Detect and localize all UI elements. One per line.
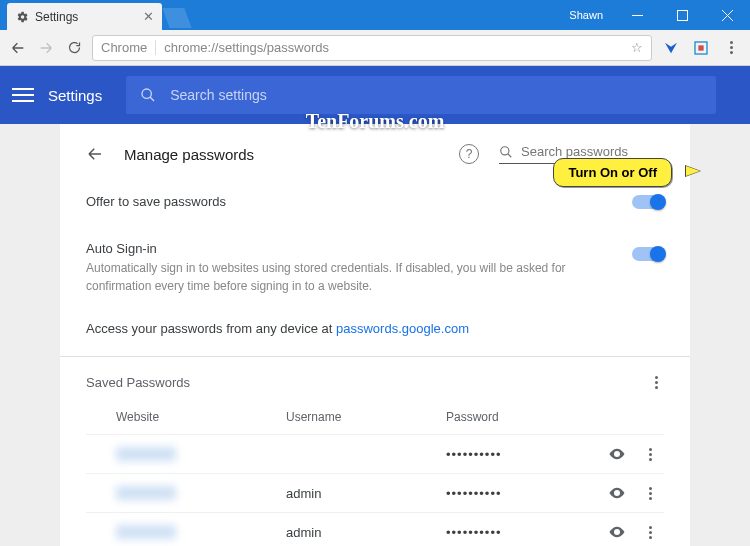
row-password: ••••••••••	[446, 525, 608, 540]
site-redacted	[116, 525, 176, 539]
address-bar[interactable]: Chrome chrome://settings/passwords ☆	[92, 35, 652, 61]
row-menu-button[interactable]	[642, 448, 658, 461]
password-search-placeholder: Search passwords	[521, 144, 628, 159]
url-text: chrome://settings/passwords	[164, 40, 329, 55]
reveal-password-icon[interactable]	[608, 523, 626, 541]
auto-signin-description: Automatically sign in to websites using …	[86, 259, 632, 295]
col-website: Website	[116, 410, 286, 424]
svg-point-2	[142, 89, 151, 98]
hamburger-menu-button[interactable]	[12, 88, 34, 102]
saved-passwords-menu-button[interactable]	[648, 376, 664, 389]
site-redacted	[116, 447, 176, 461]
window-user-label: Shawn	[557, 9, 615, 21]
ublock-extension-icon[interactable]	[690, 37, 712, 59]
page-title: Manage passwords	[124, 146, 254, 163]
password-row[interactable]: admin ••••••••••	[86, 512, 664, 546]
access-anywhere-text: Access your passwords from any device at…	[86, 311, 664, 356]
callout-arrow	[670, 166, 700, 176]
tab-title: Settings	[35, 10, 78, 24]
password-row[interactable]: admin ••••••••••	[86, 473, 664, 512]
nav-back-button[interactable]	[8, 38, 28, 58]
browser-tab[interactable]: Settings ✕	[7, 3, 162, 30]
reveal-password-icon[interactable]	[608, 445, 626, 463]
nav-reload-button[interactable]	[64, 38, 84, 58]
bookmark-star-icon[interactable]: ☆	[631, 40, 643, 55]
row-menu-button[interactable]	[642, 526, 658, 539]
tab-close-icon[interactable]: ✕	[143, 9, 154, 24]
search-icon	[499, 145, 513, 159]
col-username: Username	[286, 410, 446, 424]
window-minimize-button[interactable]	[615, 0, 660, 30]
gear-icon	[15, 10, 29, 24]
reveal-password-icon[interactable]	[608, 484, 626, 502]
site-redacted	[116, 486, 176, 500]
row-username: admin	[286, 525, 446, 540]
offer-save-label: Offer to save passwords	[86, 194, 632, 209]
settings-search-placeholder: Search settings	[170, 87, 267, 103]
row-username: admin	[286, 486, 446, 501]
svg-rect-0	[678, 10, 688, 20]
window-maximize-button[interactable]	[660, 0, 705, 30]
passwords-card: Manage passwords ? Search passwords Offe…	[60, 124, 690, 546]
window-titlebar: Settings ✕ Shawn	[0, 0, 750, 30]
passwords-google-link[interactable]: passwords.google.com	[336, 321, 469, 336]
settings-search-input[interactable]: Search settings	[126, 76, 716, 114]
auto-signin-toggle[interactable]	[632, 247, 664, 261]
window-close-button[interactable]	[705, 0, 750, 30]
table-header: Website Username Password	[86, 400, 664, 434]
back-button[interactable]	[86, 145, 104, 163]
settings-header: Settings Search settings	[0, 66, 750, 124]
col-password: Password	[446, 410, 664, 424]
content-viewport[interactable]: Manage passwords ? Search passwords Offe…	[0, 124, 750, 546]
settings-title: Settings	[48, 87, 102, 104]
search-icon	[140, 87, 156, 103]
callout-bubble: Turn On or Off	[553, 158, 672, 187]
browser-toolbar: Chrome chrome://settings/passwords ☆	[0, 30, 750, 66]
row-menu-button[interactable]	[642, 487, 658, 500]
svg-point-3	[501, 146, 509, 154]
nav-forward-button[interactable]	[36, 38, 56, 58]
new-tab-button[interactable]	[162, 8, 191, 28]
saved-passwords-heading: Saved Passwords	[86, 375, 648, 390]
password-row[interactable]: ••••••••••	[86, 434, 664, 473]
protocol-badge: Chrome	[101, 40, 156, 55]
chrome-menu-button[interactable]	[720, 37, 742, 59]
row-password: ••••••••••	[446, 486, 608, 501]
row-password: ••••••••••	[446, 447, 608, 462]
help-icon[interactable]: ?	[459, 144, 479, 164]
auto-signin-label: Auto Sign-in	[86, 241, 632, 256]
offer-save-toggle[interactable]	[632, 195, 664, 209]
malwarebytes-extension-icon[interactable]	[660, 37, 682, 59]
